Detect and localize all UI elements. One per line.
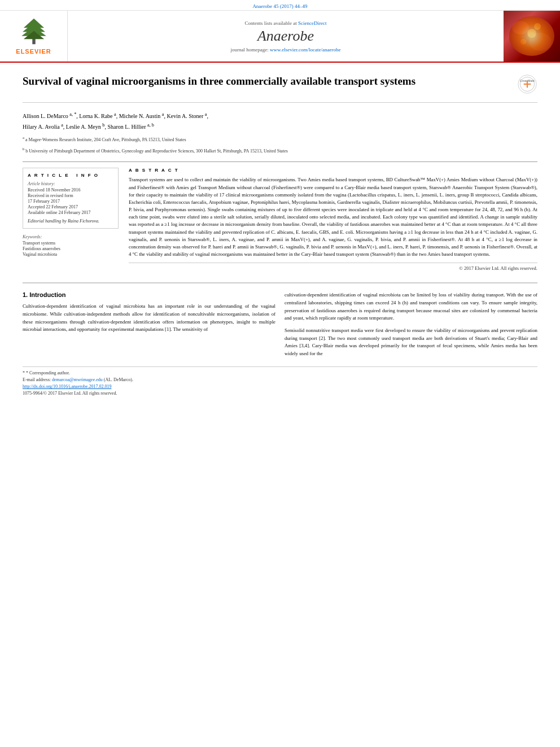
- journal-homepage: journal homepage: www.elsevier.com/locat…: [231, 47, 341, 53]
- author-avolia: Hilary A. Avolia a, Leslie A. Meyn b, Sh…: [23, 124, 154, 130]
- article-title: Survival of vaginal microorganisms in th…: [23, 74, 510, 89]
- intro-heading: 1. Introduction: [23, 291, 275, 298]
- svg-point-8: [527, 29, 536, 38]
- left-column: A R T I C L E I N F O Article history: R…: [23, 168, 119, 271]
- article-info-box: A R T I C L E I N F O Article history: R…: [23, 168, 119, 229]
- publisher-logo-area: ELSEVIER: [0, 11, 68, 62]
- keyword-2: Fastidious anaerobes: [23, 246, 119, 251]
- affiliation-a: a a Magee-Womens Research Institute, 204…: [23, 135, 537, 143]
- accepted-date: Accepted 22 February 2017: [28, 204, 113, 209]
- available-date: Available online 24 February 2017: [28, 210, 113, 215]
- journal-thumb-image: [504, 11, 560, 62]
- elsevier-logo: ELSEVIER: [16, 18, 51, 55]
- email-link[interactable]: demarcoa@mwrimagee.edu: [52, 377, 103, 382]
- received-date: Received 18 November 2016: [28, 187, 113, 193]
- corresponding-note: * * Corresponding author.: [23, 370, 537, 375]
- keywords-section: Keywords: Transport systems Fastidious a…: [23, 234, 119, 257]
- intro-right-col: cultivation-dependent identification of …: [285, 291, 537, 357]
- svg-point-6: [512, 21, 529, 34]
- keywords-label: Keywords:: [23, 234, 119, 239]
- right-column: A B S T R A C T Transport systems are us…: [129, 168, 537, 271]
- issn-line: 1075-9964/© 2017 Elsevier Ltd. All right…: [23, 391, 537, 396]
- journal-info-center: Contents lists available at ScienceDirec…: [68, 11, 504, 62]
- journal-header: ELSEVIER Contents lists available at Sci…: [0, 11, 560, 63]
- intro-left-col: 1. Introduction Cultivation-dependent id…: [23, 291, 275, 357]
- editorial-note: Editorial handling by Raina Fichorova.: [28, 219, 113, 224]
- journal-cover-thumbnail: [504, 11, 560, 62]
- svg-point-9: [520, 39, 526, 45]
- svg-point-7: [529, 33, 552, 51]
- journal-ref-text: Anaerobe 45 (2017) 44–49: [252, 3, 307, 9]
- introduction-section: 1. Introduction Cultivation-dependent id…: [23, 282, 537, 357]
- elsevier-text: ELSEVIER: [16, 48, 51, 55]
- crossmark-badge[interactable]: CrossMark: [517, 74, 537, 94]
- doi-line: http://dx.doi.org/10.1016/j.anaerobe.201…: [23, 384, 537, 389]
- revised-date: 17 February 2017: [28, 199, 113, 204]
- journal-title: Anaerobe: [257, 28, 314, 45]
- keyword-1: Transport systems: [23, 241, 119, 246]
- email-note: E-mail address: demarcoa@mwrimagee.edu (…: [23, 377, 537, 382]
- elsevier-tree-icon: [17, 18, 51, 46]
- intro-col1-text: Cultivation-dependent identification of …: [23, 303, 275, 334]
- revised-label: Received in revised form: [28, 193, 113, 198]
- abstract-heading: A B S T R A C T: [129, 168, 537, 173]
- history-label: Article history:: [28, 181, 113, 186]
- author-list: Allison L. DeMarco a, *, Lorna K. Rabe a…: [23, 111, 537, 132]
- intro-columns: 1. Introduction Cultivation-dependent id…: [23, 291, 537, 357]
- homepage-url[interactable]: www.elsevier.com/locate/anaerobe: [270, 47, 340, 53]
- cover-image-decoration: [504, 11, 560, 62]
- svg-point-5: [509, 16, 554, 56]
- author-demarco: Allison L. DeMarco a, *, Lorna K. Rabe a…: [23, 113, 208, 119]
- keyword-3: Vaginal microbiota: [23, 252, 119, 257]
- article-body: Survival of vaginal microorganisms in th…: [0, 63, 560, 407]
- article-title-section: Survival of vaginal microorganisms in th…: [23, 74, 537, 103]
- contents-available-text: Contents lists available at ScienceDirec…: [245, 20, 327, 26]
- article-footer: * * Corresponding author. E-mail address…: [23, 366, 537, 396]
- authors-section: Allison L. DeMarco a, *, Lorna K. Rabe a…: [23, 111, 537, 154]
- article-info-abstract-section: A R T I C L E I N F O Article history: R…: [23, 161, 537, 271]
- abstract-text: Transport systems are used to collect an…: [129, 176, 537, 258]
- intro-col2-para1: cultivation-dependent identification of …: [285, 291, 537, 322]
- sciencedirect-link[interactable]: ScienceDirect: [298, 20, 326, 26]
- doi-link[interactable]: http://dx.doi.org/10.1016/j.anaerobe.201…: [23, 384, 111, 389]
- affiliation-b: b b University of Pittsburgh Department …: [23, 146, 537, 154]
- copyright-line: © 2017 Elsevier Ltd. All rights reserved…: [129, 263, 537, 271]
- article-info-heading: A R T I C L E I N F O: [28, 173, 113, 178]
- svg-point-10: [534, 23, 541, 30]
- journal-reference-bar: Anaerobe 45 (2017) 44–49: [0, 0, 560, 11]
- intro-col2-para2: Semisolid nonnutritive transport media w…: [285, 327, 537, 358]
